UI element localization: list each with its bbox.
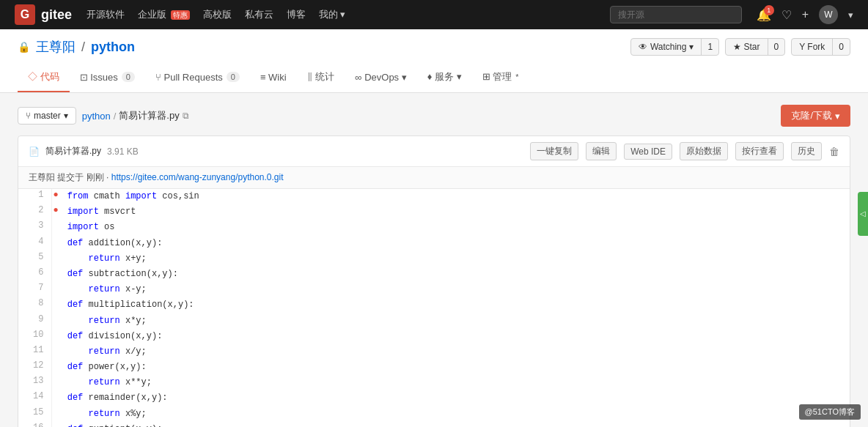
location-icon[interactable]: ♡ [781,8,792,22]
commit-link[interactable]: https://gitee.com/wang-zunyang/python.0.… [111,172,284,182]
breadcrumb-file: 简易计算器.py [119,109,179,122]
avatar-dropdown-icon: ▾ [848,10,853,21]
line-number: 2 [18,204,51,220]
download-dropdown-icon: ▾ [835,111,840,122]
star-button[interactable]: ★ Star 0 [725,38,785,56]
branch-name: master [34,111,61,121]
avatar[interactable]: W [819,5,838,24]
line-indicator [51,329,60,344]
table-row: 8def multiplication(x,y): [18,297,850,313]
line-indicator [51,422,60,427]
nav-blog[interactable]: 博客 [287,8,306,21]
table-row: 7 return x-y; [18,282,850,297]
line-code: def subtraction(x,y): [60,267,850,282]
private-lock-icon: 🔒 [18,41,30,53]
download-button[interactable]: 克隆/下载 ▾ [781,105,850,127]
commit-user: 王尊阳 [29,172,55,182]
line-number: 15 [18,406,51,422]
tab-wiki[interactable]: ≡ Wiki [250,63,297,92]
tab-code[interactable]: ◇ 代码 [18,63,70,92]
edit-button[interactable]: 编辑 [586,142,617,160]
watch-count[interactable]: 1 [701,39,718,55]
repo-actions: 👁 Watching ▾ 1 ★ Star 0 Y Fork 0 [630,38,850,56]
blame-button[interactable]: 按行查看 [735,142,784,160]
line-number: 9 [18,313,51,329]
line-code: return x/y; [60,344,850,360]
line-indicator [51,390,60,406]
line-number: 8 [18,297,51,313]
star-count[interactable]: 0 [768,39,785,55]
nav-enterprise[interactable]: 企业版 特惠 [138,8,190,21]
copy-path-icon[interactable]: ⧉ [183,111,189,121]
tab-services[interactable]: ♦ 服务 ▾ [417,63,472,92]
star-button-main[interactable]: ★ Star [726,39,767,55]
commit-info: 王尊阳 提交于 刚刚 · https://gitee.com/wang-zuny… [18,167,850,189]
delete-button[interactable]: 🗑 [829,146,839,157]
line-code: import msvcrt [60,204,850,220]
line-code: return x%y; [60,406,850,422]
issues-badge: 0 [122,72,135,82]
fork-count[interactable]: 0 [832,39,850,55]
line-indicator [51,282,60,297]
table-row: 14def remainder(x,y): [18,390,850,406]
nav-logo[interactable]: G gitee [15,4,72,25]
nav-university[interactable]: 高校版 [203,8,232,21]
table-row: 12def power(x,y): [18,360,850,375]
line-number: 11 [18,344,51,360]
line-number: 12 [18,360,51,375]
repo-header: 🔒 王尊阳 / python 👁 Watching ▾ 1 ★ Star 0 [0,29,868,93]
line-number: 16 [18,422,51,427]
watch-button-main[interactable]: 👁 Watching ▾ [631,39,702,55]
gitee-logo-icon: G [15,4,35,25]
watch-button[interactable]: 👁 Watching ▾ 1 [630,38,719,56]
code-view: 1●from cmath import cos,sin2●import msvc… [18,189,850,427]
file-nav: ⑂ master ▾ python / 简易计算器.py ⧉ 克隆/下载 ▾ [18,105,850,127]
repo-title-row: 🔒 王尊阳 / python 👁 Watching ▾ 1 ★ Star 0 [18,38,850,56]
table-row: 1●from cmath import cos,sin [18,189,850,204]
line-number: 7 [18,282,51,297]
code-table: 1●from cmath import cos,sin2●import msvc… [18,189,850,427]
branch-selector[interactable]: ⑂ master ▾ [18,107,76,125]
table-row: 11 return x/y; [18,344,850,360]
tab-devops[interactable]: ∞ DevOps ▾ [345,63,416,92]
fork-button-main[interactable]: Y Fork [792,39,832,55]
enterprise-badge: 特惠 [171,10,190,20]
line-indicator [51,297,60,313]
breadcrumb-root-link[interactable]: python [82,111,111,122]
plus-button[interactable]: + [802,8,809,21]
nav-opensource[interactable]: 开源软件 [87,8,125,21]
side-expand-tab[interactable]: ◁ [858,192,868,236]
tab-issues[interactable]: ⊡ Issues 0 [70,63,145,92]
notification-button[interactable]: 🔔 1 [757,8,771,22]
repo-owner-link[interactable]: 王尊阳 [36,38,76,56]
line-code: def addition(x,y): [60,236,850,251]
search-input[interactable] [610,6,742,23]
nav-mine[interactable]: 我的 ▾ [319,8,346,21]
file-size: 3.91 KB [107,146,139,157]
top-nav: G gitee 开源软件 企业版 特惠 高校版 私有云 博客 我的 ▾ 🔔 1 … [0,0,868,29]
copy-all-button[interactable]: 一键复制 [530,142,578,160]
star-label: ★ Star [733,42,760,52]
raw-button[interactable]: 原始数据 [680,142,728,160]
file-type-icon: 📄 [29,146,40,157]
nav-icons: 🔔 1 ♡ + W ▾ [757,5,853,24]
line-code: def division(x,y): [60,329,850,344]
watermark: @51CTO博客 [799,404,861,420]
web-ide-button[interactable]: Web IDE [624,144,672,160]
pr-badge: 0 [227,72,240,82]
file-card-header: 📄 简易计算器.py 3.91 KB 一键复制 编辑 Web IDE 原始数据 … [18,136,850,167]
table-row: 13 return x**y; [18,375,850,390]
tab-pull-requests[interactable]: ⑂ Pull Requests 0 [145,63,250,92]
tab-manage[interactable]: ⊞ 管理* [472,63,529,92]
table-row: 9 return x*y; [18,313,850,329]
repo-name-link[interactable]: python [91,40,135,55]
tab-stats[interactable]: ∥ 统计 [297,63,345,92]
line-number: 14 [18,390,51,406]
nav-private-cloud[interactable]: 私有云 [245,8,273,21]
history-button[interactable]: 历史 [791,142,822,160]
commit-action: 提交于 [57,172,84,182]
fork-button[interactable]: Y Fork 0 [791,38,850,56]
line-number: 13 [18,375,51,390]
line-indicator [51,220,60,235]
line-code: def multiplication(x,y): [60,297,850,313]
